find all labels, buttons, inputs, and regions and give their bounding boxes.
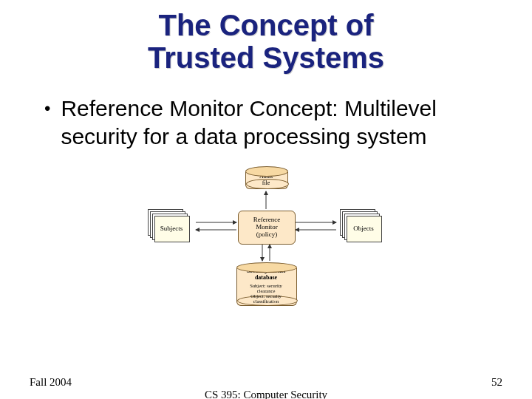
footer-course: CS 395: Computer Security bbox=[205, 389, 327, 399]
rm-line3: (policy) bbox=[256, 231, 278, 239]
audit-line2: file bbox=[262, 180, 270, 186]
db-sub3: Object: security bbox=[250, 293, 281, 299]
reference-monitor-diagram: Subjects Objects Reference Monitor (poli… bbox=[133, 162, 399, 310]
db-sub2: clearance bbox=[257, 288, 276, 293]
bullet-item: • Reference Monitor Concept: Multilevel … bbox=[44, 95, 488, 150]
security-kernel-db-cylinder: Security kernel database Subject: securi… bbox=[236, 262, 296, 306]
subjects-label: Subjects bbox=[154, 216, 188, 241]
bullet-list: • Reference Monitor Concept: Multilevel … bbox=[0, 95, 532, 150]
title-line-2: Trusted Systems bbox=[148, 41, 384, 74]
bullet-dot-icon: • bbox=[44, 95, 50, 123]
footer-page: 52 bbox=[491, 376, 502, 389]
reference-monitor-box: Reference Monitor (policy) bbox=[238, 211, 296, 245]
db-sub4: classification bbox=[253, 299, 279, 304]
audit-file-cylinder: Audit file bbox=[245, 166, 287, 189]
title-line-1: The Concept of bbox=[158, 9, 373, 41]
objects-label: Objects bbox=[347, 216, 381, 241]
objects-stack: Objects bbox=[340, 209, 381, 242]
subjects-stack: Subjects bbox=[148, 209, 189, 242]
db-line2: database bbox=[255, 274, 277, 281]
db-sub1: Subject: security bbox=[250, 283, 282, 288]
slide-title: The Concept of Trusted Systems bbox=[0, 0, 532, 74]
bullet-text: Reference Monitor Concept: Multilevel se… bbox=[61, 95, 488, 150]
footer-term: Fall 2004 bbox=[30, 376, 72, 389]
